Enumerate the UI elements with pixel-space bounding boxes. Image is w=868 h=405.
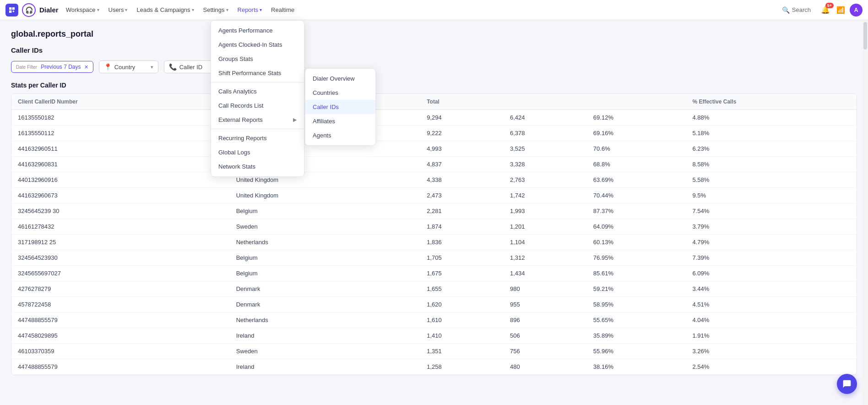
cell-val2: 506 — [504, 328, 587, 344]
table-row: 3245645239 30 Belgium 2,281 1,993 87.37%… — [11, 203, 857, 219]
col-header-total: Total — [420, 94, 504, 110]
chevron-down-icon: ▾ — [125, 7, 127, 12]
cell-country: Netherlands — [230, 235, 421, 250]
table-row: 4276278279 Denmark 1,655 980 59.21% 3.44… — [11, 281, 857, 297]
cell-pct2: 6.23% — [686, 141, 857, 157]
cell-total: 4,837 — [420, 157, 504, 172]
nav-item-settings[interactable]: Settings ▾ — [199, 4, 233, 16]
table-row: 317198912 25 Netherlands 1,836 1,104 60.… — [11, 235, 857, 250]
cell-val2: 1,312 — [504, 250, 587, 266]
cell-country: Sweden — [230, 344, 421, 359]
scrollbar-thumb[interactable] — [863, 22, 867, 49]
cell-number: 46103370359 — [11, 344, 230, 359]
filters-bar: Date Filter Previous 7 Days × 📍 Country … — [11, 60, 857, 73]
cell-pct1: 38.16% — [587, 359, 686, 375]
cell-pct1: 69.12% — [587, 110, 686, 126]
table-row: 16135550182 Canada 9,294 6,424 69.12% 4.… — [11, 110, 857, 126]
cell-val2: 6,424 — [504, 110, 587, 126]
dialer-icon: 🎧 — [22, 3, 36, 17]
search-button[interactable]: 🔍 Search — [778, 5, 814, 16]
menu-calls-analytics[interactable]: Calls Analytics — [211, 84, 304, 99]
submenu-affiliates[interactable]: Affiliates — [305, 114, 375, 128]
cell-country: Belgium — [230, 250, 421, 266]
cell-pct2: 7.54% — [686, 203, 857, 219]
notification-button[interactable]: 🔔 5+ — [819, 4, 832, 16]
cell-val2: 3,328 — [504, 157, 587, 172]
cell-pct1: 55.65% — [587, 312, 686, 328]
cell-total: 1,655 — [420, 281, 504, 297]
remove-icon[interactable]: × — [85, 64, 88, 70]
cell-pct2: 8.58% — [686, 157, 857, 172]
cell-total: 2,281 — [420, 203, 504, 219]
table-row: 16135550112 Canada 9,222 6,378 69.16% 5.… — [11, 126, 857, 141]
page-content: global.reports_portal Caller IDs Date Fi… — [0, 20, 868, 405]
nav-item-realtime[interactable]: Realtime — [266, 4, 299, 16]
cell-pct2: 7.39% — [686, 250, 857, 266]
menu-agents-clockedin[interactable]: Agents Clocked-In Stats — [211, 38, 304, 52]
menu-agents-performance[interactable]: Agents Performance — [211, 23, 304, 38]
cell-pct1: 58.95% — [587, 297, 686, 312]
table-row: 447488855579 Ireland 1,258 480 38.16% 2.… — [11, 359, 857, 375]
menu-groups-stats[interactable]: Groups Stats — [211, 52, 304, 66]
cell-val2: 955 — [504, 297, 587, 312]
submenu-agents[interactable]: Agents — [305, 128, 375, 142]
phone-icon: 📞 — [169, 63, 177, 71]
cell-pct1: 35.89% — [587, 328, 686, 344]
avatar[interactable]: A — [850, 4, 863, 16]
fab-icon — [842, 379, 852, 389]
cell-total: 2,473 — [420, 188, 504, 203]
cell-total: 1,258 — [420, 359, 504, 375]
cell-country: Belgium — [230, 266, 421, 281]
cell-number: 46161278432 — [11, 219, 230, 235]
cell-pct2: 5.58% — [686, 172, 857, 188]
chevron-down-icon: ▾ — [192, 7, 194, 12]
cell-total: 1,705 — [420, 250, 504, 266]
menu-call-records[interactable]: Call Records List — [211, 99, 304, 113]
table-row: 447458029895 Ireland 1,410 506 35.89% 1.… — [11, 328, 857, 344]
cell-number: 4276278279 — [11, 281, 230, 297]
stats-section: Stats per Caller ID Client CallerID Numb… — [11, 82, 857, 375]
app-logo[interactable] — [5, 4, 18, 16]
cell-total: 1,836 — [420, 235, 504, 250]
cell-val2: 756 — [504, 344, 587, 359]
cell-number: 447488855579 — [11, 312, 230, 328]
nav-item-reports[interactable]: Reports ▾ — [233, 4, 267, 16]
cell-country: Ireland — [230, 328, 421, 344]
date-filter-chip[interactable]: Date Filter Previous 7 Days × — [11, 61, 93, 73]
cell-number: 447458029895 — [11, 328, 230, 344]
submenu-countries[interactable]: Countries — [305, 86, 375, 100]
cell-country: Sweden — [230, 219, 421, 235]
cell-number: 16135550182 — [11, 110, 230, 126]
cell-pct2: 9.5% — [686, 188, 857, 203]
col-header-pct1 — [587, 94, 686, 110]
nav-item-workspace[interactable]: Workspace ▾ — [61, 4, 104, 16]
stats-table: Client CallerID Number Country → Country… — [11, 94, 857, 375]
fab-button[interactable] — [837, 374, 857, 394]
cell-number: 447488855579 — [11, 359, 230, 375]
table-row: 3245655697027 Belgium 1,675 1,434 85.61%… — [11, 266, 857, 281]
table-row: 4578722458 Denmark 1,620 955 58.95% 4.51… — [11, 297, 857, 312]
cell-pct2: 3.44% — [686, 281, 857, 297]
menu-recurring-reports[interactable]: Recurring Reports — [211, 131, 304, 145]
submenu-caller-ids[interactable]: Caller IDs — [305, 100, 375, 114]
table-row: 46103370359 Sweden 1,351 756 55.96% 3.26… — [11, 344, 857, 359]
cell-pct2: 3.26% — [686, 344, 857, 359]
cell-total: 4,338 — [420, 172, 504, 188]
cell-pct2: 2.54% — [686, 359, 857, 375]
cell-pct2: 5.18% — [686, 126, 857, 141]
menu-external-reports[interactable]: External Reports ▶ — [211, 113, 304, 127]
cell-country: Belgium — [230, 203, 421, 219]
cell-number: 441632960831 — [11, 157, 230, 172]
cell-val2: 1,104 — [504, 235, 587, 250]
scrollbar-track[interactable] — [863, 20, 868, 405]
nav-item-leads[interactable]: Leads & Campaigns ▾ — [132, 4, 198, 16]
nav-item-users[interactable]: Users ▾ — [104, 4, 132, 16]
submenu-dialer-overview[interactable]: Dialer Overview — [305, 71, 375, 86]
menu-shift-performance[interactable]: Shift Performance Stats — [211, 66, 304, 80]
menu-global-logs[interactable]: Global Logs — [211, 145, 304, 159]
menu-network-stats[interactable]: Network Stats — [211, 159, 304, 174]
cell-val2: 1,201 — [504, 219, 587, 235]
country-filter[interactable]: 📍 Country ▾ — [99, 60, 158, 73]
cell-total: 1,620 — [420, 297, 504, 312]
cell-pct1: 59.21% — [587, 281, 686, 297]
